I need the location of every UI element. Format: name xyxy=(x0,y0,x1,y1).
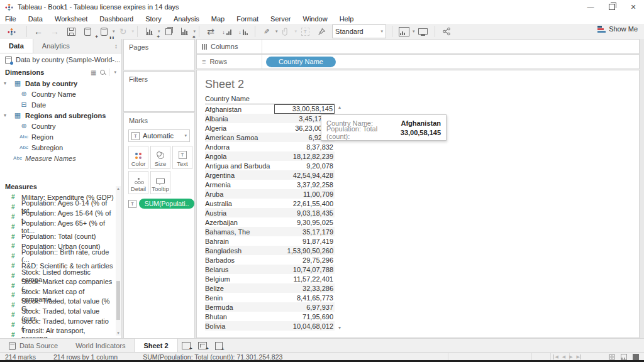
value-cell[interactable]: 11,00,709 xyxy=(275,190,335,198)
sum-population-pill[interactable]: SUM(Populati.. xyxy=(139,199,194,209)
new-worksheet-button[interactable]: + xyxy=(178,339,194,353)
country-cell[interactable]: Australia xyxy=(205,200,275,207)
table-row[interactable]: Argentina 42,54,94,428 xyxy=(205,170,335,180)
value-cell[interactable]: 35,17,179 xyxy=(275,228,335,236)
rows-shelf[interactable]: ≡ Rows Country Name xyxy=(196,54,640,69)
value-cell[interactable]: 6,97,937 xyxy=(275,304,335,311)
rows-shelf-body[interactable]: Country Name xyxy=(262,57,639,67)
redo-icon[interactable]: → xyxy=(47,25,63,38)
country-cell[interactable]: Antigua and Barbuda xyxy=(205,162,275,170)
dimension-field[interactable]: ▾ Subregion xyxy=(0,142,115,153)
menu-item[interactable]: Window xyxy=(303,15,328,23)
value-cell[interactable]: 18,12,82,239 xyxy=(275,153,335,160)
value-cell[interactable]: 71,95,690 xyxy=(275,313,335,321)
sort-descending-icon[interactable]: ↓ xyxy=(235,25,252,38)
value-cell[interactable]: 29,75,296 xyxy=(275,256,335,264)
text-button[interactable]: T Text xyxy=(172,146,192,169)
expand-caret-icon[interactable]: ▾ xyxy=(4,80,10,86)
new-dashboard-button[interactable]: + xyxy=(194,339,211,353)
minimize-button[interactable]: — xyxy=(580,0,601,14)
table-row[interactable]: Australia 22,61,55,400 xyxy=(205,199,335,208)
country-cell[interactable]: Belize xyxy=(205,285,275,292)
filters-shelf[interactable]: Filters xyxy=(123,71,195,112)
pin-icon[interactable] xyxy=(313,25,330,38)
measure-field[interactable]: # Population: Ages 65+ (% of tot... xyxy=(0,222,115,232)
scroll-down-icon[interactable]: ▾ xyxy=(116,331,121,336)
tab-analytics[interactable]: Analytics xyxy=(33,39,79,53)
measure-field[interactable]: # Population:: Birth rate, crude (... xyxy=(0,251,115,261)
value-cell[interactable]: 11,57,22,401 xyxy=(275,275,335,283)
table-row[interactable]: American Samoa 6,92 xyxy=(205,133,335,142)
clear-sheet-caret-icon[interactable]: ▾ xyxy=(194,29,196,34)
menu-item[interactable]: Map xyxy=(211,15,225,23)
column-header[interactable]: Country Name xyxy=(205,95,335,104)
fit-dropdown[interactable]: Standard ▾ xyxy=(332,25,386,38)
table-row[interactable]: Azerbaijan 9,30,95,025 xyxy=(205,217,335,227)
show-filmstrip-view-icon[interactable] xyxy=(621,354,627,360)
menu-item[interactable]: Data xyxy=(28,15,43,23)
value-cell[interactable]: 9,20,078 xyxy=(275,162,335,170)
dimension-field[interactable]: ▾ Date xyxy=(0,99,115,110)
country-name-pill[interactable]: Country Name xyxy=(266,57,336,67)
country-cell[interactable]: Bermuda xyxy=(205,304,275,311)
table-row[interactable]: Andorra 8,37,832 xyxy=(205,142,335,151)
menu-item[interactable]: Help xyxy=(340,15,354,23)
dimensions-menu-caret-icon[interactable]: ▾ xyxy=(114,70,116,75)
value-cell[interactable]: 9,03,18,435 xyxy=(275,209,335,217)
new-worksheet-icon[interactable]: + xyxy=(141,25,157,38)
table-row[interactable]: Austria 9,03,18,435 xyxy=(205,208,335,217)
dimension-field[interactable]: ▾ Region xyxy=(0,131,115,142)
value-cell[interactable]: 22,61,55,400 xyxy=(275,200,335,207)
country-cell[interactable]: Benin xyxy=(205,294,275,302)
paperclip-icon[interactable] xyxy=(278,25,294,38)
country-cell[interactable]: Belarus xyxy=(205,266,275,273)
new-data-source-icon[interactable]: + xyxy=(79,25,96,38)
menu-item[interactable]: Format xyxy=(236,15,258,23)
show-tabs-view-icon[interactable] xyxy=(609,354,615,360)
country-cell[interactable]: Bhutan xyxy=(205,313,275,321)
scrollbar-thumb[interactable] xyxy=(116,281,120,320)
value-cell[interactable]: 32,33,286 xyxy=(275,285,335,292)
new-story-button[interactable]: + xyxy=(211,339,227,353)
find-field-icon[interactable] xyxy=(100,70,105,75)
country-cell[interactable]: Bolivia xyxy=(205,322,275,330)
show-mark-labels-icon[interactable] xyxy=(396,25,412,38)
detail-button[interactable]: Detail xyxy=(128,171,148,194)
value-cell[interactable]: 8,41,65,773 xyxy=(275,294,335,302)
tab-world-indicators[interactable]: World Indicators xyxy=(67,339,134,353)
table-row[interactable]: Bermuda 6,97,937 xyxy=(205,302,335,312)
country-cell[interactable]: Algeria xyxy=(205,124,264,132)
previous-page-icon[interactable]: ◀ xyxy=(562,354,565,359)
value-cell[interactable]: 10,74,07,788 xyxy=(275,266,335,273)
presentation-mode-icon[interactable] xyxy=(415,25,431,38)
country-cell[interactable]: Andorra xyxy=(205,143,275,151)
pages-shelf[interactable]: Pages xyxy=(123,39,195,70)
table-row[interactable]: Algeria 36,23,00 xyxy=(205,123,335,133)
menu-item[interactable]: Worksheet xyxy=(55,15,87,23)
country-cell[interactable]: Bahrain xyxy=(205,238,275,245)
swap-panes-icon[interactable]: ↕ xyxy=(111,39,121,53)
country-cell[interactable]: Albania xyxy=(205,115,264,123)
dimension-field[interactable]: ▾ Measure Names xyxy=(0,153,115,163)
dimension-field[interactable]: ▾ Country Name xyxy=(0,89,115,99)
country-cell[interactable]: Armenia xyxy=(205,181,275,189)
next-page-icon[interactable]: ▶ xyxy=(569,354,572,359)
table-row[interactable]: Belgium 11,57,22,401 xyxy=(205,274,335,283)
value-cell[interactable]: 3,37,92,258 xyxy=(275,181,335,189)
show-sheet-view-icon[interactable] xyxy=(633,354,639,360)
columns-shelf[interactable]: Columns xyxy=(196,39,640,54)
text-label-icon[interactable]: T xyxy=(297,25,313,38)
country-cell[interactable]: Barbados xyxy=(205,256,275,264)
first-page-icon[interactable]: ◀ xyxy=(553,354,558,359)
value-cell[interactable]: 33,00,58,145 xyxy=(274,104,335,114)
menu-item[interactable]: File xyxy=(5,15,16,23)
swap-rows-columns-icon[interactable]: ⇄ xyxy=(203,25,219,38)
value-cell[interactable]: 1,53,90,50,260 xyxy=(275,247,335,255)
table-row[interactable]: Bangladesh 1,53,90,50,260 xyxy=(205,246,335,255)
color-button[interactable]: Color xyxy=(128,146,148,169)
tooltip-button[interactable]: Tooltip xyxy=(150,171,170,194)
measures-scrollbar[interactable]: ▴ ▾ xyxy=(116,186,121,336)
marks-card[interactable]: Marks T Automatic ▾ Color Size xyxy=(123,112,195,339)
scroll-up-icon[interactable]: ▴ xyxy=(336,104,343,110)
close-button[interactable]: × xyxy=(623,0,644,14)
